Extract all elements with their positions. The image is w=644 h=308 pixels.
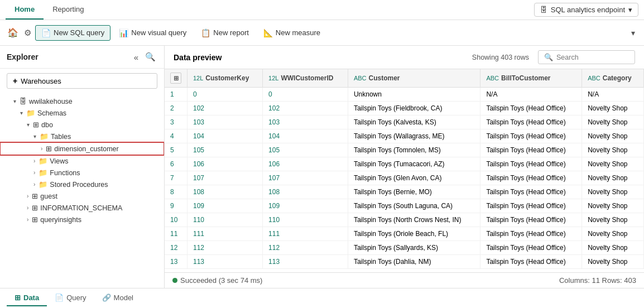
data-preview-header: Data preview Showing 403 rows 🔍 bbox=[165, 46, 644, 69]
tree-item-functions[interactable]: › 📁 Functions bbox=[0, 167, 164, 179]
new-measure-button[interactable]: 📐 New measure bbox=[257, 25, 326, 41]
cell-billtocustomer: Tailspin Toys (Head Office) bbox=[480, 157, 582, 171]
col-customerkey[interactable]: 12LCustomerKey bbox=[188, 69, 263, 88]
sql-query-icon: 📄 bbox=[41, 28, 51, 37]
cell-customerkey: 111 bbox=[188, 227, 263, 241]
col-category[interactable]: ABCCategory bbox=[582, 69, 644, 88]
cell-customerkey: 105 bbox=[188, 143, 263, 157]
new-sql-query-button[interactable]: 📄 New SQL query bbox=[35, 25, 110, 41]
cell-billtocustomer: Tailspin Toys (Head Office) bbox=[480, 185, 582, 199]
tree-item-dbo[interactable]: ▾ ⊞ dbo bbox=[0, 119, 164, 131]
cell-wwicustomerid: 102 bbox=[263, 102, 348, 116]
chevron-right-icon: › bbox=[27, 205, 28, 211]
chevron-right-icon: › bbox=[33, 170, 35, 176]
table-row: 8 108 108 Tailspin Toys (Bernie, MO) Tai… bbox=[165, 185, 644, 199]
tab-query[interactable]: 📄 Query bbox=[47, 290, 94, 306]
tab-data[interactable]: ⊞ Data bbox=[7, 290, 47, 306]
tab-home[interactable]: Home bbox=[6, 0, 44, 20]
new-report-button[interactable]: 📋 New report bbox=[195, 25, 255, 41]
cell-billtocustomer: Tailspin Toys (Head Office) bbox=[480, 255, 582, 269]
tree-item-stored-procedures[interactable]: › 📁 Stored Procedures bbox=[0, 179, 164, 190]
col-billtocustomer[interactable]: ABCBillToCustomer bbox=[480, 69, 582, 88]
status-text: Succeeded (3 sec 74 ms) bbox=[180, 276, 262, 285]
home-icon-button[interactable]: 🏠 bbox=[6, 26, 20, 40]
table-row: 4 104 104 Tailspin Toys (Wallagrass, ME)… bbox=[165, 129, 644, 143]
tree-item-information-schema[interactable]: › ⊞ INFORMATION_SCHEMA bbox=[0, 202, 164, 214]
tree-item-guest[interactable]: › ⊞ guest bbox=[0, 190, 164, 202]
database-icon: 🗄 bbox=[540, 6, 547, 14]
report-icon: 📋 bbox=[201, 28, 210, 37]
cell-billtocustomer: Tailspin Toys (Head Office) bbox=[480, 102, 582, 116]
cell-category: Novelty Shop bbox=[582, 129, 644, 143]
cell-customer: Tailspin Toys (Kalvesta, KS) bbox=[348, 116, 480, 129]
tree-item-dimension-customer[interactable]: › ⊞ dimension_customer bbox=[0, 142, 164, 155]
table-icon: ⊞ bbox=[46, 145, 52, 153]
cell-wwicustomerid: 0 bbox=[263, 88, 348, 102]
chevron-right-icon: › bbox=[27, 216, 28, 223]
folder-icon: 📁 bbox=[39, 169, 47, 177]
cell-customer: Tailspin Toys (Tumacacori, AZ) bbox=[348, 157, 480, 171]
cell-rownum: 3 bbox=[165, 116, 188, 129]
add-warehouses-button[interactable]: + Warehouses bbox=[7, 73, 157, 89]
tree-item-schemas[interactable]: ▾ 📁 Schemas bbox=[0, 107, 164, 119]
cell-billtocustomer: Tailspin Toys (Head Office) bbox=[480, 116, 582, 129]
success-dot-icon bbox=[172, 278, 177, 283]
cell-billtocustomer: Tailspin Toys (Head Office) bbox=[480, 213, 582, 227]
search-box[interactable]: 🔍 bbox=[538, 50, 635, 64]
cell-wwicustomerid: 112 bbox=[263, 241, 348, 255]
top-right-actions: 🗄 SQL analytics endpoint ▾ bbox=[534, 3, 638, 17]
cell-category: Novelty Shop bbox=[582, 213, 644, 227]
schema-icon: ⊞ bbox=[32, 215, 38, 224]
cell-customer: Tailspin Toys (Tomnolen, MS) bbox=[348, 143, 480, 157]
visual-query-icon: 📊 bbox=[119, 28, 128, 37]
search-input[interactable] bbox=[556, 54, 629, 61]
chevron-right-icon: › bbox=[33, 158, 35, 164]
cell-customer: Tailspin Toys (Fieldbrook, CA) bbox=[348, 102, 480, 116]
new-visual-query-button[interactable]: 📊 New visual query bbox=[113, 25, 193, 41]
cell-customerkey: 103 bbox=[188, 116, 263, 129]
endpoint-button[interactable]: 🗄 SQL analytics endpoint ▾ bbox=[534, 3, 638, 17]
cell-customerkey: 107 bbox=[188, 171, 263, 185]
tree-item-queryinsights[interactable]: › ⊞ queryinsights bbox=[0, 214, 164, 225]
cell-customer: Tailspin Toys (North Crows Nest, IN) bbox=[348, 213, 480, 227]
cell-category: Novelty Shop bbox=[582, 199, 644, 213]
model-tab-icon: 🔗 bbox=[102, 293, 111, 302]
cell-wwicustomerid: 111 bbox=[263, 227, 348, 241]
settings-button[interactable]: ⚙ bbox=[22, 26, 33, 40]
collapse-sidebar-button[interactable]: « bbox=[132, 50, 140, 64]
tree-item-views[interactable]: › 📁 Views bbox=[0, 155, 164, 167]
schema-icon: ⊞ bbox=[32, 192, 38, 200]
tree-item-wwilakehouse[interactable]: ▾ 🗄 wwilakehouse bbox=[0, 95, 164, 107]
cell-customerkey: 109 bbox=[188, 199, 263, 213]
columns-rows-info: Columns: 11 Rows: 403 bbox=[559, 276, 636, 285]
tab-reporting[interactable]: Reporting bbox=[44, 0, 93, 20]
col-customer[interactable]: ABCCustomer bbox=[348, 69, 480, 88]
tree-area: ▾ 🗄 wwilakehouse ▾ 📁 Schemas ▾ ⊞ dbo ▾ 📁… bbox=[0, 93, 164, 288]
grid-icon: ⊞ bbox=[170, 73, 181, 84]
search-sidebar-button[interactable]: 🔍 bbox=[143, 50, 157, 64]
cell-rownum: 4 bbox=[165, 129, 188, 143]
data-tab-icon: ⊞ bbox=[15, 293, 21, 302]
cell-category: Novelty Shop bbox=[582, 157, 644, 171]
table-row: 3 103 103 Tailspin Toys (Kalvesta, KS) T… bbox=[165, 116, 644, 129]
sidebar-header: Explorer « 🔍 bbox=[0, 46, 164, 69]
query-tab-icon: 📄 bbox=[55, 293, 64, 302]
col-row-num: ⊞ bbox=[165, 69, 188, 88]
table-header-row: ⊞ 12LCustomerKey 12LWWICustomerID ABCCus… bbox=[165, 69, 644, 88]
cell-category: Novelty Shop bbox=[582, 116, 644, 129]
chevron-right-icon: › bbox=[27, 193, 28, 199]
search-icon: 🔍 bbox=[544, 53, 553, 61]
tree-item-tables[interactable]: ▾ 📁 Tables bbox=[0, 131, 164, 142]
cell-wwicustomerid: 109 bbox=[263, 199, 348, 213]
sidebar-actions: « 🔍 bbox=[132, 50, 157, 64]
folder-icon: 📁 bbox=[39, 157, 47, 165]
nav-tabs: Home Reporting bbox=[6, 0, 93, 20]
toolbar-expand-chevron[interactable]: ▾ bbox=[628, 26, 638, 40]
folder-icon: 📁 bbox=[39, 180, 47, 189]
tab-model[interactable]: 🔗 Model bbox=[94, 290, 141, 306]
cell-wwicustomerid: 105 bbox=[263, 143, 348, 157]
col-wwicustomerid[interactable]: 12LWWICustomerID bbox=[263, 69, 348, 88]
cell-customerkey: 113 bbox=[188, 255, 263, 269]
cell-customerkey: 102 bbox=[188, 102, 263, 116]
folder-icon: 📁 bbox=[26, 109, 35, 117]
